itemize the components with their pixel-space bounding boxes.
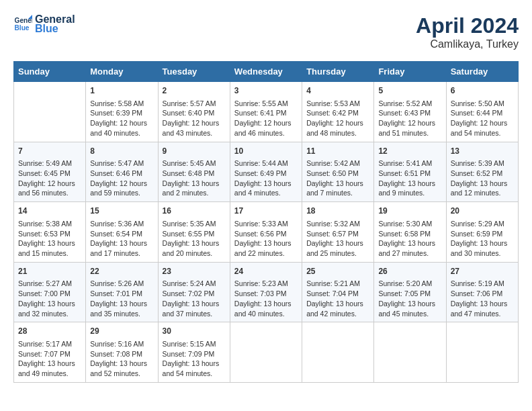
day-number: 15 — [90, 205, 153, 217]
day-number: 12 — [378, 146, 441, 157]
day-info: Sunrise: 5:33 AMSunset: 6:56 PMDaylight:… — [234, 219, 298, 259]
calendar-cell: 7Sunrise: 5:49 AMSunset: 6:45 PMDaylight… — [14, 142, 86, 202]
day-info: Sunrise: 5:23 AMSunset: 7:03 PMDaylight:… — [234, 279, 298, 318]
calendar-cell: 16Sunrise: 5:35 AMSunset: 6:55 PMDayligh… — [158, 202, 230, 263]
calendar-cell: 1Sunrise: 5:58 AMSunset: 6:39 PMDaylight… — [86, 82, 158, 142]
day-number: 25 — [306, 266, 369, 277]
calendar-cell — [14, 82, 86, 142]
calendar-cell: 20Sunrise: 5:29 AMSunset: 6:59 PMDayligh… — [446, 202, 518, 263]
day-info: Sunrise: 5:20 AMSunset: 7:05 PMDaylight:… — [378, 279, 441, 318]
calendar-cell: 30Sunrise: 5:15 AMSunset: 7:09 PMDayligh… — [158, 322, 230, 383]
day-info: Sunrise: 5:49 AMSunset: 6:45 PMDaylight:… — [18, 158, 81, 198]
day-number: 22 — [90, 266, 153, 277]
day-info: Sunrise: 5:58 AMSunset: 6:39 PMDaylight:… — [90, 99, 153, 138]
day-number: 23 — [163, 266, 226, 277]
page-title: April 2024 — [416, 13, 519, 38]
column-header-saturday: Saturday — [446, 62, 518, 82]
day-info: Sunrise: 5:41 AMSunset: 6:51 PMDaylight:… — [378, 158, 441, 198]
calendar-cell: 5Sunrise: 5:52 AMSunset: 6:43 PMDaylight… — [374, 82, 446, 142]
day-number: 7 — [18, 146, 81, 157]
calendar-cell: 10Sunrise: 5:44 AMSunset: 6:49 PMDayligh… — [230, 142, 302, 202]
day-number: 6 — [451, 85, 514, 97]
calendar-cell: 28Sunrise: 5:17 AMSunset: 7:07 PMDayligh… — [14, 322, 86, 383]
column-header-wednesday: Wednesday — [230, 62, 302, 82]
day-info: Sunrise: 5:29 AMSunset: 6:59 PMDaylight:… — [451, 219, 514, 259]
calendar-cell — [230, 322, 302, 383]
day-info: Sunrise: 5:30 AMSunset: 6:58 PMDaylight:… — [378, 219, 441, 259]
calendar-cell: 6Sunrise: 5:50 AMSunset: 6:44 PMDaylight… — [446, 82, 518, 142]
day-info: Sunrise: 5:42 AMSunset: 6:50 PMDaylight:… — [306, 158, 369, 198]
day-info: Sunrise: 5:24 AMSunset: 7:02 PMDaylight:… — [163, 279, 226, 318]
day-number: 27 — [451, 266, 514, 277]
column-header-friday: Friday — [374, 62, 446, 82]
day-number: 8 — [90, 146, 153, 157]
calendar-cell: 14Sunrise: 5:38 AMSunset: 6:53 PMDayligh… — [14, 202, 86, 263]
calendar-cell: 4Sunrise: 5:53 AMSunset: 6:42 PMDaylight… — [302, 82, 374, 142]
title-area: April 2024 Camlikaya, Turkey — [416, 13, 519, 50]
calendar-table: SundayMondayTuesdayWednesdayThursdayFrid… — [13, 61, 519, 383]
calendar-cell: 23Sunrise: 5:24 AMSunset: 7:02 PMDayligh… — [158, 262, 230, 322]
day-info: Sunrise: 5:53 AMSunset: 6:42 PMDaylight:… — [306, 99, 369, 138]
day-number: 30 — [163, 326, 226, 337]
logo: General Blue General Blue — [13, 13, 75, 35]
day-number: 16 — [163, 205, 226, 217]
calendar-cell: 2Sunrise: 5:57 AMSunset: 6:40 PMDaylight… — [158, 82, 230, 142]
day-info: Sunrise: 5:26 AMSunset: 7:01 PMDaylight:… — [90, 279, 153, 318]
day-info: Sunrise: 5:36 AMSunset: 6:54 PMDaylight:… — [90, 219, 153, 259]
week-row-3: 14Sunrise: 5:38 AMSunset: 6:53 PMDayligh… — [14, 202, 519, 263]
day-number: 29 — [90, 326, 153, 337]
calendar-cell: 18Sunrise: 5:32 AMSunset: 6:57 PMDayligh… — [302, 202, 374, 263]
calendar-cell: 9Sunrise: 5:45 AMSunset: 6:48 PMDaylight… — [158, 142, 230, 202]
day-info: Sunrise: 5:15 AMSunset: 7:09 PMDaylight:… — [163, 339, 226, 379]
day-number: 1 — [90, 85, 153, 97]
day-number: 5 — [378, 85, 441, 97]
day-number: 24 — [234, 266, 298, 277]
day-number: 11 — [306, 146, 369, 157]
day-info: Sunrise: 5:50 AMSunset: 6:44 PMDaylight:… — [451, 99, 514, 138]
calendar-cell — [374, 322, 446, 383]
logo-text: General Blue — [35, 13, 75, 35]
day-number: 3 — [234, 85, 298, 97]
day-info: Sunrise: 5:52 AMSunset: 6:43 PMDaylight:… — [378, 99, 441, 138]
day-info: Sunrise: 5:19 AMSunset: 7:06 PMDaylight:… — [451, 279, 514, 318]
day-info: Sunrise: 5:17 AMSunset: 7:07 PMDaylight:… — [18, 339, 81, 379]
day-number: 19 — [378, 205, 441, 217]
calendar-cell: 29Sunrise: 5:16 AMSunset: 7:08 PMDayligh… — [86, 322, 158, 383]
day-number: 18 — [306, 205, 369, 217]
page-header: General Blue General Blue April 2024 Cam… — [13, 13, 519, 50]
week-row-2: 7Sunrise: 5:49 AMSunset: 6:45 PMDaylight… — [14, 142, 519, 202]
day-info: Sunrise: 5:45 AMSunset: 6:48 PMDaylight:… — [163, 158, 226, 198]
calendar-cell: 27Sunrise: 5:19 AMSunset: 7:06 PMDayligh… — [446, 262, 518, 322]
calendar-cell: 19Sunrise: 5:30 AMSunset: 6:58 PMDayligh… — [374, 202, 446, 263]
calendar-header-row: SundayMondayTuesdayWednesdayThursdayFrid… — [14, 62, 519, 82]
day-info: Sunrise: 5:55 AMSunset: 6:41 PMDaylight:… — [234, 99, 298, 138]
calendar-cell — [302, 322, 374, 383]
column-header-monday: Monday — [86, 62, 158, 82]
day-info: Sunrise: 5:32 AMSunset: 6:57 PMDaylight:… — [306, 219, 369, 259]
logo-icon: General Blue — [13, 15, 32, 34]
day-info: Sunrise: 5:47 AMSunset: 6:46 PMDaylight:… — [90, 158, 153, 198]
day-info: Sunrise: 5:38 AMSunset: 6:53 PMDaylight:… — [18, 219, 81, 259]
week-row-1: 1Sunrise: 5:58 AMSunset: 6:39 PMDaylight… — [14, 82, 519, 142]
week-row-5: 28Sunrise: 5:17 AMSunset: 7:07 PMDayligh… — [14, 322, 519, 383]
calendar-cell — [446, 322, 518, 383]
day-number: 17 — [234, 205, 298, 217]
calendar-cell: 11Sunrise: 5:42 AMSunset: 6:50 PMDayligh… — [302, 142, 374, 202]
column-header-sunday: Sunday — [14, 62, 86, 82]
day-number: 13 — [451, 146, 514, 157]
day-info: Sunrise: 5:44 AMSunset: 6:49 PMDaylight:… — [234, 158, 298, 198]
calendar-cell: 24Sunrise: 5:23 AMSunset: 7:03 PMDayligh… — [230, 262, 302, 322]
day-number: 10 — [234, 146, 298, 157]
day-info: Sunrise: 5:35 AMSunset: 6:55 PMDaylight:… — [163, 219, 226, 259]
day-info: Sunrise: 5:27 AMSunset: 7:00 PMDaylight:… — [18, 279, 81, 318]
day-number: 26 — [378, 266, 441, 277]
day-number: 2 — [163, 85, 226, 97]
day-info: Sunrise: 5:39 AMSunset: 6:52 PMDaylight:… — [451, 158, 514, 198]
day-number: 9 — [163, 146, 226, 157]
calendar-cell: 3Sunrise: 5:55 AMSunset: 6:41 PMDaylight… — [230, 82, 302, 142]
day-info: Sunrise: 5:16 AMSunset: 7:08 PMDaylight:… — [90, 339, 153, 379]
calendar-cell: 8Sunrise: 5:47 AMSunset: 6:46 PMDaylight… — [86, 142, 158, 202]
svg-text:Blue: Blue — [15, 24, 30, 32]
calendar-cell: 13Sunrise: 5:39 AMSunset: 6:52 PMDayligh… — [446, 142, 518, 202]
calendar-cell: 15Sunrise: 5:36 AMSunset: 6:54 PMDayligh… — [86, 202, 158, 263]
